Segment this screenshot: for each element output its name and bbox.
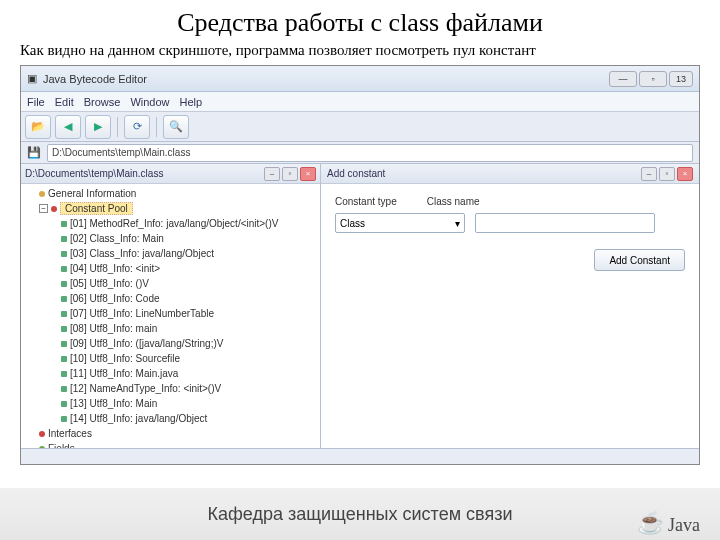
add-constant-button[interactable]: Add Constant — [594, 249, 685, 271]
leaf-icon — [61, 356, 67, 362]
tree-close-button[interactable]: × — [300, 167, 316, 181]
class-name-input[interactable] — [475, 213, 655, 233]
tree-label: [10] Utf8_Info: Sourcefile — [70, 353, 180, 364]
leaf-icon — [61, 326, 67, 332]
tree-item[interactable]: [14] Utf8_Info: java/lang/Object — [25, 411, 316, 426]
tree-label: [12] NameAndType_Info: <init>()V — [70, 383, 221, 394]
address-input[interactable]: D:\Documents\temp\Main.class — [47, 144, 693, 162]
arrow-left-icon: ◀ — [64, 120, 72, 133]
menu-help[interactable]: Help — [180, 96, 203, 108]
tree-item[interactable]: [06] Utf8_Info: Code — [25, 291, 316, 306]
app-window: ▣ Java Bytecode Editor — ▫ 13 File Edit … — [20, 65, 700, 465]
tree-item[interactable]: [07] Utf8_Info: LineNumberTable — [25, 306, 316, 321]
toolbar-separator — [156, 117, 157, 137]
refresh-button[interactable]: ⟳ — [124, 115, 150, 139]
tree-label: [05] Utf8_Info: ()V — [70, 278, 149, 289]
tree-label: [02] Class_Info: Main — [70, 233, 164, 244]
slide-subtitle: Как видно на данном скриншоте, программа… — [0, 42, 720, 65]
slide-footer: Кафедра защищенных систем связи — [0, 488, 720, 540]
collapse-icon[interactable]: − — [39, 204, 48, 213]
tree-item[interactable]: [04] Utf8_Info: <init> — [25, 261, 316, 276]
leaf-icon — [61, 281, 67, 287]
maximize-button[interactable]: ▫ — [639, 71, 667, 87]
tree-item[interactable]: [09] Utf8_Info: ([java/lang/String;)V — [25, 336, 316, 351]
panel-header: Add constant – ▫ × — [321, 164, 699, 184]
page-badge: 13 — [669, 71, 693, 87]
address-bar: 💾 D:\Documents\temp\Main.class — [21, 142, 699, 164]
java-logo: ☕ Java — [637, 510, 700, 536]
open-button[interactable]: 📂 — [25, 115, 51, 139]
panel-title: Add constant — [327, 168, 385, 179]
tree-label: [04] Utf8_Info: <init> — [70, 263, 160, 274]
minimize-button[interactable]: — — [609, 71, 637, 87]
leaf-icon — [61, 251, 67, 257]
tree-item[interactable]: [12] NameAndType_Info: <init>()V — [25, 381, 316, 396]
node-icon — [39, 431, 45, 437]
leaf-icon — [61, 386, 67, 392]
leaf-icon — [61, 266, 67, 272]
search-icon: 🔍 — [169, 120, 183, 133]
label-class-name: Class name — [427, 196, 480, 207]
toolbar-separator — [117, 117, 118, 137]
tree-item[interactable]: [02] Class_Info: Main — [25, 231, 316, 246]
tree-label: [14] Utf8_Info: java/lang/Object — [70, 413, 207, 424]
tree-label: [07] Utf8_Info: LineNumberTable — [70, 308, 214, 319]
tree-label: [11] Utf8_Info: Main.java — [70, 368, 178, 379]
leaf-icon — [61, 371, 67, 377]
node-icon — [39, 191, 45, 197]
tree-item[interactable]: [05] Utf8_Info: ()V — [25, 276, 316, 291]
tree-item[interactable]: [13] Utf8_Info: Main — [25, 396, 316, 411]
forward-button[interactable]: ▶ — [85, 115, 111, 139]
tree-maximize-button[interactable]: ▫ — [282, 167, 298, 181]
arrow-right-icon: ▶ — [94, 120, 102, 133]
tree-item[interactable]: [03] Class_Info: java/lang/Object — [25, 246, 316, 261]
window-title-text: Java Bytecode Editor — [43, 73, 147, 85]
tree-header-title: D:\Documents\temp\Main.class — [25, 168, 163, 179]
statusbar — [21, 448, 699, 464]
menu-edit[interactable]: Edit — [55, 96, 74, 108]
panel-close-button[interactable]: × — [677, 167, 693, 181]
drive-icon: 💾 — [27, 146, 41, 159]
panel-minimize-button[interactable]: – — [641, 167, 657, 181]
tree-label: [09] Utf8_Info: ([java/lang/String;)V — [70, 338, 223, 349]
menu-browse[interactable]: Browse — [84, 96, 121, 108]
leaf-icon — [61, 236, 67, 242]
leaf-icon — [61, 221, 67, 227]
tree-item[interactable]: [11] Utf8_Info: Main.java — [25, 366, 316, 381]
tree-item[interactable]: [08] Utf8_Info: main — [25, 321, 316, 336]
select-value: Class — [340, 218, 365, 229]
leaf-icon — [61, 401, 67, 407]
constant-type-select[interactable]: Class ▾ — [335, 213, 465, 233]
tree-label: [01] MethodRef_Info: java/lang/Object/<i… — [70, 218, 278, 229]
back-button[interactable]: ◀ — [55, 115, 81, 139]
panel-maximize-button[interactable]: ▫ — [659, 167, 675, 181]
tree-label: [08] Utf8_Info: main — [70, 323, 157, 334]
search-button[interactable]: 🔍 — [163, 115, 189, 139]
refresh-icon: ⟳ — [133, 120, 142, 133]
tree-minimize-button[interactable]: – — [264, 167, 280, 181]
node-icon — [51, 206, 57, 212]
tree-item[interactable]: Interfaces — [25, 426, 316, 441]
tree-item[interactable]: General Information — [25, 186, 316, 201]
footer-text: Кафедра защищенных систем связи — [208, 504, 513, 525]
tree-label: [06] Utf8_Info: Code — [70, 293, 160, 304]
tree-item[interactable]: [10] Utf8_Info: Sourcefile — [25, 351, 316, 366]
detail-pane: Add constant – ▫ × Constant type Class n… — [321, 164, 699, 462]
tree-pane: D:\Documents\temp\Main.class – ▫ × Gener… — [21, 164, 321, 462]
menu-file[interactable]: File — [27, 96, 45, 108]
label-constant-type: Constant type — [335, 196, 397, 207]
slide-title: Средства работы с class файлами — [0, 0, 720, 42]
leaf-icon — [61, 296, 67, 302]
tree-item-constant-pool[interactable]: − Constant Pool — [25, 201, 316, 216]
tree[interactable]: General Information − Constant Pool [01]… — [21, 184, 320, 462]
java-brand-text: Java — [668, 515, 700, 536]
chevron-down-icon: ▾ — [455, 218, 460, 229]
tree-label: [03] Class_Info: java/lang/Object — [70, 248, 214, 259]
menu-window[interactable]: Window — [130, 96, 169, 108]
tree-item[interactable]: [01] MethodRef_Info: java/lang/Object/<i… — [25, 216, 316, 231]
toolbar: 📂 ◀ ▶ ⟳ 🔍 — [21, 112, 699, 142]
tree-label-selected: Constant Pool — [60, 202, 133, 215]
tree-label: General Information — [48, 188, 136, 199]
tree-label: Interfaces — [48, 428, 92, 439]
folder-icon: 📂 — [31, 120, 45, 133]
